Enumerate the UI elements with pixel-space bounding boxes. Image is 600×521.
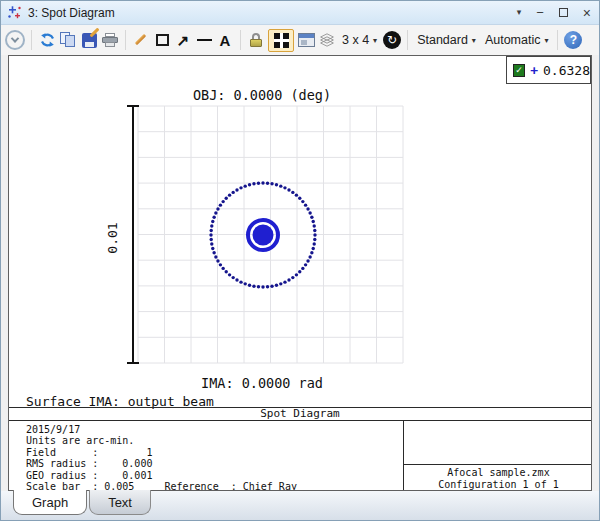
automatic-dropdown[interactable]: Automatic ▾ <box>482 28 552 52</box>
minimize-button[interactable]: − <box>536 6 544 19</box>
window-settings-button[interactable] <box>297 28 315 52</box>
collapse-toolbar-button[interactable] <box>5 30 25 50</box>
toolbar-separator <box>240 30 241 50</box>
tab-text-label: Text <box>108 495 132 510</box>
grid-size-dropdown[interactable]: 3 x 4 ▾ <box>339 28 380 52</box>
automatic-label: Automatic <box>485 33 541 47</box>
line-icon <box>197 39 212 42</box>
save-icon <box>82 33 97 48</box>
draw-arrow-button[interactable]: ↗ <box>174 28 192 52</box>
content-area: ✓ + 0.6328 OBJ: 0.0000 (deg)IMA: 0.0000 … <box>1 55 599 491</box>
fit-to-window-button[interactable] <box>268 29 294 52</box>
svg-text:OBJ: 0.0000 (deg): OBJ: 0.0000 (deg) <box>193 87 331 103</box>
fit-icon <box>274 33 289 48</box>
lock-icon <box>249 33 263 48</box>
analysis-info-text: 2015/9/17 Units are arc-min. Field : 1 R… <box>26 424 297 491</box>
wavelength-value: 0.6328 <box>543 63 590 78</box>
save-button[interactable] <box>80 28 98 52</box>
toolbar: ↗ A 3 x 4 ▾ ↻ Standard ▾ Automatic ▾ ? <box>1 25 599 55</box>
help-icon: ? <box>564 31 582 49</box>
window-controls: ▾ − × <box>517 6 591 20</box>
overlay-series-button[interactable] <box>318 28 336 52</box>
maximize-button[interactable] <box>559 8 568 17</box>
graph-panel: ✓ + 0.6328 OBJ: 0.0000 (deg)IMA: 0.0000 … <box>8 55 592 491</box>
tab-bar: Graph Text <box>1 491 599 520</box>
chevron-down-icon: ▾ <box>373 36 377 45</box>
copy-icon <box>60 32 76 48</box>
tab-graph[interactable]: Graph <box>13 490 87 515</box>
print-icon <box>102 33 118 47</box>
standard-dropdown[interactable]: Standard ▾ <box>414 28 479 52</box>
auto-update-icon: ↻ <box>383 31 401 49</box>
toolbar-separator <box>407 30 408 50</box>
update-button[interactable] <box>38 28 56 52</box>
draw-line-button[interactable] <box>195 28 213 52</box>
svg-text:0.01: 0.01 <box>105 222 120 253</box>
chevron-down-icon: ▾ <box>544 36 548 45</box>
arrow-icon: ↗ <box>177 33 190 48</box>
chevron-down-icon <box>11 34 19 42</box>
configuration-label: Configuration 1 of 1 <box>438 479 558 491</box>
spot-diagram-plot: OBJ: 0.0000 (deg)IMA: 0.0000 rad0.01 <box>9 56 592 407</box>
copy-button[interactable] <box>59 28 77 52</box>
insert-text-button[interactable]: A <box>216 28 234 52</box>
help-button[interactable]: ? <box>564 28 582 52</box>
refresh-icon <box>39 32 56 48</box>
tab-text[interactable]: Text <box>89 490 151 515</box>
title-bar[interactable]: 3: Spot Diagram ▾ − × <box>1 1 599 25</box>
toolbar-separator <box>557 30 558 50</box>
close-button[interactable]: × <box>583 6 591 20</box>
toolbar-separator <box>125 30 126 50</box>
layers-icon <box>322 36 332 45</box>
chevron-down-icon: ▾ <box>472 36 476 45</box>
wavelength-checkbox[interactable]: ✓ <box>513 64 525 77</box>
file-name: Afocal sample.zmx <box>447 467 549 479</box>
tab-graph-label: Graph <box>32 495 68 510</box>
toolbar-separator <box>31 30 32 50</box>
spot-diagram-app-icon <box>7 5 22 20</box>
grid-size-label: 3 x 4 <box>342 33 369 47</box>
svg-text:IMA: 0.0000 rad: IMA: 0.0000 rad <box>201 375 323 391</box>
wavelength-marker-icon: + <box>530 64 538 77</box>
spot-diagram-window: 3: Spot Diagram ▾ − × ↗ A <box>0 0 600 521</box>
text-icon: A <box>220 33 231 48</box>
window-title: 3: Spot Diagram <box>28 6 115 20</box>
wavelength-legend: ✓ + 0.6328 <box>506 56 591 84</box>
file-configuration-box: Afocal sample.zmx Configuration 1 of 1 <box>404 465 592 491</box>
window-menu-chevron-icon[interactable]: ▾ <box>517 8 522 17</box>
draw-rectangle-button[interactable] <box>153 28 171 52</box>
section-title: Spot Diagram <box>9 407 591 421</box>
window-icon <box>298 33 315 47</box>
rectangle-icon <box>156 34 169 46</box>
annotate-pencil-button[interactable] <box>132 28 150 52</box>
standard-label: Standard <box>417 33 468 47</box>
pencil-icon <box>133 32 149 48</box>
lock-window-button[interactable] <box>247 28 265 52</box>
auto-apply-button[interactable]: ↻ <box>383 28 401 52</box>
print-button[interactable] <box>101 28 119 52</box>
